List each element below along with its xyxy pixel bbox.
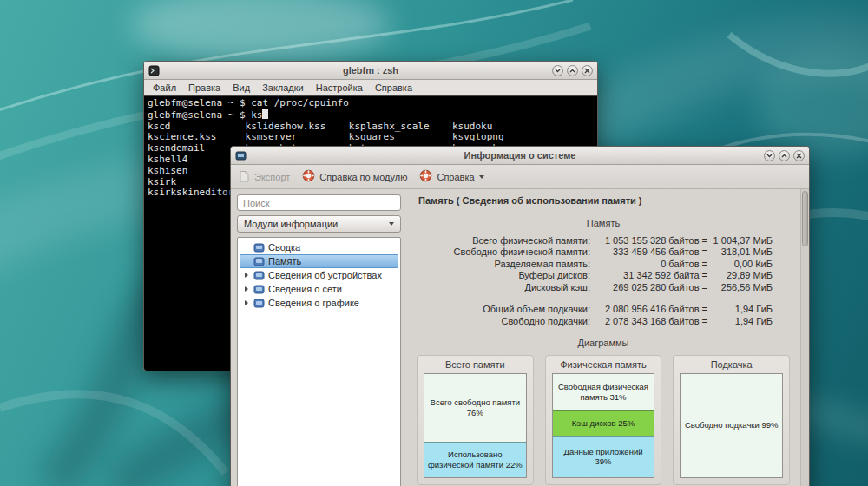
infocenter-window: Информация о системе Экспорт Справка по … bbox=[230, 146, 810, 486]
sidebar-item[interactable]: Сведения о графике bbox=[240, 296, 398, 310]
sidebar-item[interactable]: Память bbox=[240, 254, 398, 268]
menu-item[interactable]: Файл bbox=[147, 82, 182, 94]
chart-segment: Использовано физической памяти 22% bbox=[424, 442, 526, 477]
chart-segment: Свободная физическая память 31% bbox=[553, 374, 654, 410]
memory-charts: Всего памяти Всего свободно памяти 76% И… bbox=[417, 355, 790, 486]
maximize-button[interactable] bbox=[779, 150, 790, 161]
chevron-down-icon bbox=[389, 222, 394, 226]
stat-bytes: 269 025 280 байтов = bbox=[590, 282, 707, 292]
chart-segment-label: Свободно подкачки 99% bbox=[685, 420, 779, 430]
module-icon bbox=[253, 284, 265, 295]
stat-bytes: 333 459 456 байтов = bbox=[590, 246, 707, 257]
chart-swap: Подкачка Свободно подкачки 99% 1,94 ГиБ … bbox=[673, 355, 790, 486]
sidebar-item[interactable]: Сводка bbox=[240, 240, 398, 254]
infocenter-window-icon bbox=[235, 150, 247, 161]
close-button[interactable] bbox=[793, 150, 805, 161]
memory-stat-row: Дисковый кэш: 269 025 280 байтов = 256,5… bbox=[434, 281, 773, 293]
chart-area: Всего свободно памяти 76% Использовано ф… bbox=[424, 373, 527, 478]
stat-bytes: 0 байтов = bbox=[590, 259, 707, 269]
chart-segment-label: Использовано физической памяти 22% bbox=[427, 450, 523, 469]
chart-physical-memory: Физическая память Свободная физическая п… bbox=[545, 355, 662, 486]
stat-label: Разделяемая память: bbox=[434, 259, 590, 269]
close-button[interactable] bbox=[582, 65, 593, 76]
chart-panel: Подкачка Свободно подкачки 99% bbox=[673, 355, 790, 485]
help-menu-button[interactable]: Справка bbox=[419, 169, 483, 184]
module-icon bbox=[253, 298, 265, 309]
menu-item[interactable]: Правка bbox=[182, 82, 227, 94]
terminal-titlebar[interactable]: glebfm : zsh bbox=[144, 62, 597, 80]
sidebar-item-label: Сведения о сети bbox=[268, 284, 342, 294]
stat-human: 256,56 МиБ bbox=[707, 282, 773, 292]
page-title: Память ( Сведения об использовании памят… bbox=[418, 195, 790, 206]
search-input[interactable] bbox=[237, 194, 401, 211]
memory-stat-row: Всего физической памяти: 1 053 155 328 б… bbox=[434, 234, 773, 246]
module-sidebar: Модули информации Сводка bbox=[231, 189, 406, 486]
stat-bytes: 2 078 343 168 байтов = bbox=[590, 316, 707, 326]
stat-human: 1,94 ГиБ bbox=[707, 316, 773, 326]
menu-item[interactable]: Справка bbox=[369, 82, 418, 94]
chart-segment-label: Свободная физическая память 31% bbox=[556, 382, 652, 401]
maximize-button[interactable] bbox=[567, 65, 578, 76]
chart-segment-label: Кэш дисков 25% bbox=[572, 418, 635, 428]
chart-segment: Кэш дисков 25% bbox=[553, 410, 654, 436]
chart-segment: Данные приложений 39% bbox=[553, 436, 654, 477]
module-icon bbox=[253, 256, 265, 267]
menu-item[interactable]: Вид bbox=[227, 82, 256, 94]
chart-total-memory: Всего памяти Всего свободно памяти 76% И… bbox=[417, 355, 534, 486]
sidebar-item-label: Память bbox=[268, 256, 301, 266]
help-buoy-icon bbox=[419, 169, 432, 184]
memory-module-page: Память ( Сведения об использовании памят… bbox=[406, 189, 800, 486]
stat-human: 1 004,37 МиБ bbox=[707, 235, 773, 246]
stat-label: Всего физической памяти: bbox=[434, 235, 590, 246]
chart-panel: Всего памяти Всего свободно памяти 76% И… bbox=[417, 355, 534, 485]
chart-panel: Физическая память Свободная физическая п… bbox=[545, 355, 662, 485]
stat-human: 0,00 КиБ bbox=[707, 259, 773, 269]
chevron-down-icon bbox=[479, 175, 484, 179]
chart-area: Свободно подкачки 99% bbox=[680, 373, 783, 478]
module-icon bbox=[253, 242, 265, 253]
chart-segment: Свободно подкачки 99% bbox=[681, 374, 782, 477]
memory-stats-table: Всего физической памяти: 1 053 155 328 б… bbox=[434, 234, 773, 327]
scrollbar-thumb[interactable] bbox=[802, 191, 808, 246]
infocenter-title: Информация о системе bbox=[231, 150, 809, 161]
terminal-window-icon bbox=[148, 65, 160, 76]
minimize-button[interactable] bbox=[764, 150, 775, 161]
chart-segment-label: Данные приложений 39% bbox=[556, 447, 652, 466]
memory-stat-row: Свободно подкачки: 2 078 343 168 байтов … bbox=[434, 315, 773, 327]
menu-item[interactable]: Закладки bbox=[256, 82, 310, 94]
export-icon bbox=[238, 170, 250, 184]
chart-area: Свободная физическая память 31% Кэш диск… bbox=[552, 373, 655, 478]
memory-group-title: Память bbox=[417, 218, 790, 228]
stat-label: Буферы дисков: bbox=[434, 270, 590, 280]
menu-item[interactable]: Настройка bbox=[310, 82, 369, 94]
infocenter-toolbar: Экспорт Справка по модулю Справка bbox=[231, 165, 809, 189]
stat-bytes: 1 053 155 328 байтов = bbox=[590, 235, 707, 246]
export-button[interactable]: Экспорт bbox=[238, 170, 290, 184]
expander-icon[interactable] bbox=[243, 273, 250, 278]
stat-label: Общий объем подкачки: bbox=[434, 304, 590, 314]
infocenter-titlebar[interactable]: Информация о системе bbox=[231, 147, 809, 165]
sidebar-item[interactable]: Сведения о сети bbox=[240, 282, 398, 296]
sidebar-item-label: Сведения о графике bbox=[268, 298, 359, 308]
stat-human: 29,89 МиБ bbox=[707, 270, 773, 280]
sidebar-item-label: Сводка bbox=[268, 242, 300, 253]
export-label: Экспорт bbox=[254, 172, 290, 182]
chart-title: Подкачка bbox=[680, 359, 783, 370]
terminal-menubar: ФайлПравкаВидЗакладкиНастройкаСправка bbox=[144, 80, 597, 95]
module-icon bbox=[253, 270, 265, 281]
module-help-button[interactable]: Справка по модулю bbox=[302, 169, 407, 184]
minimize-button[interactable] bbox=[552, 65, 563, 76]
stat-human: 318,01 МиБ bbox=[707, 246, 773, 257]
memory-stat-row: Разделяемая память: 0 байтов = 0,00 КиБ bbox=[434, 258, 773, 270]
sidebar-item[interactable]: Сведения об устройствах bbox=[240, 268, 398, 282]
stat-human: 1,94 ГиБ bbox=[707, 304, 773, 314]
chart-segment-label: Всего свободно памяти 76% bbox=[427, 397, 523, 417]
chart-segment: Всего свободно памяти 76% bbox=[424, 374, 526, 442]
expander-icon[interactable] bbox=[243, 286, 250, 292]
expander-icon[interactable] bbox=[243, 300, 250, 305]
vertical-scrollbar[interactable] bbox=[800, 189, 809, 486]
module-category-dropdown[interactable]: Модули информации bbox=[237, 215, 401, 233]
help-menu-label: Справка bbox=[437, 172, 474, 182]
module-tree: Сводка Память bbox=[237, 237, 401, 486]
chart-title: Физическая память bbox=[552, 359, 655, 370]
